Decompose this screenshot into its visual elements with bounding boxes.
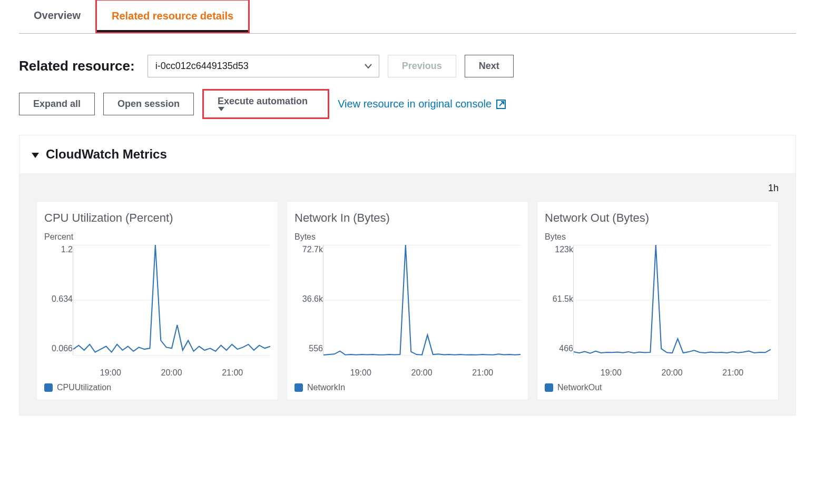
chart-legend: NetworkOut <box>545 383 771 392</box>
chart-card: Network In (Bytes)Bytes72.7k36.6k55619:0… <box>287 201 528 400</box>
x-tick: 20:00 <box>642 368 703 378</box>
x-tick: 19:00 <box>581 368 642 378</box>
timerange-value[interactable]: 1h <box>768 183 779 194</box>
open-session-button[interactable]: Open session <box>103 93 194 115</box>
chart-legend: CPUUtilization <box>44 383 270 392</box>
legend-swatch <box>294 383 303 392</box>
chart-card: Network Out (Bytes)Bytes123k61.5k46619:0… <box>537 201 779 400</box>
tab-overview[interactable]: Overview <box>19 0 95 33</box>
y-tick: 72.7k <box>302 245 323 254</box>
svg-marker-0 <box>218 107 224 111</box>
section-header[interactable]: CloudWatch Metrics <box>19 135 796 173</box>
chart-unit-label: Bytes <box>545 232 771 242</box>
legend-label: NetworkIn <box>307 383 345 392</box>
x-tick: 20:00 <box>141 368 202 378</box>
x-axis: 19:0020:0021:00 <box>323 368 521 378</box>
svg-marker-2 <box>32 153 39 158</box>
x-tick: 21:00 <box>202 368 263 378</box>
x-tick: 19:00 <box>80 368 141 378</box>
y-tick: 0.066 <box>52 344 73 353</box>
chart-unit-label: Percent <box>44 232 270 242</box>
y-tick: 1.2 <box>61 245 73 254</box>
external-link-icon <box>496 99 506 110</box>
x-axis: 19:0020:0021:00 <box>573 368 771 378</box>
chart-plot: 1.20.6340.066 <box>44 245 270 366</box>
view-resource-link[interactable]: View resource in original console <box>338 98 506 110</box>
series-line <box>574 245 771 353</box>
legend-swatch <box>44 383 53 392</box>
chart-title: Network In (Bytes) <box>294 211 521 225</box>
view-resource-link-label: View resource in original console <box>338 98 492 110</box>
y-tick: 0.634 <box>52 294 73 304</box>
chart-card: CPU Utilization (Percent)Percent1.20.634… <box>36 201 278 400</box>
execute-automation-label: Execute automation <box>218 96 308 106</box>
section-title: CloudWatch Metrics <box>46 147 167 162</box>
plot-area <box>323 245 521 355</box>
resource-select[interactable]: i-0cc012c6449135d53 <box>148 55 379 77</box>
x-axis: 19:0020:0021:00 <box>73 368 270 378</box>
legend-swatch <box>545 383 553 392</box>
y-axis: 1.20.6340.066 <box>44 245 73 355</box>
y-tick: 123k <box>555 245 573 254</box>
chart-plot: 123k61.5k466 <box>545 245 771 366</box>
legend-label: NetworkOut <box>557 383 602 392</box>
related-resource-label: Related resource: <box>19 58 135 74</box>
cloudwatch-metrics-section: CloudWatch Metrics 1h CPU Utilization (P… <box>19 135 796 416</box>
chart-title: Network Out (Bytes) <box>545 211 771 225</box>
timerange-bar: 1h <box>36 177 779 201</box>
y-tick: 556 <box>309 344 323 353</box>
tabs: Overview Related resource details <box>19 0 796 34</box>
previous-button: Previous <box>388 55 456 77</box>
plot-area <box>73 245 270 355</box>
caret-down-icon <box>31 147 40 162</box>
section-body: 1h CPU Utilization (Percent)Percent1.20.… <box>19 173 796 415</box>
legend-label: CPUUtilization <box>57 383 111 392</box>
x-tick: 21:00 <box>702 368 763 378</box>
y-tick: 36.6k <box>302 294 323 304</box>
chart-title: CPU Utilization (Percent) <box>44 211 270 225</box>
resource-controls: Related resource: i-0cc012c6449135d53 Pr… <box>19 55 796 77</box>
tab-related-resource-details[interactable]: Related resource details <box>95 0 250 33</box>
plot-area <box>573 245 771 355</box>
x-tick: 20:00 <box>391 368 453 378</box>
charts-row: CPU Utilization (Percent)Percent1.20.634… <box>36 201 779 400</box>
resource-select-value[interactable]: i-0cc012c6449135d53 <box>148 55 379 77</box>
caret-down-icon <box>218 106 314 112</box>
next-button[interactable]: Next <box>465 55 514 77</box>
x-tick: 21:00 <box>452 368 513 378</box>
execute-automation-button[interactable]: Execute automation <box>202 89 329 119</box>
y-tick: 61.5k <box>553 294 573 304</box>
y-tick: 466 <box>559 344 573 353</box>
chart-unit-label: Bytes <box>294 232 521 242</box>
chart-plot: 72.7k36.6k556 <box>294 245 521 366</box>
x-tick: 19:00 <box>330 368 391 378</box>
chart-legend: NetworkIn <box>294 383 521 392</box>
y-axis: 123k61.5k466 <box>545 245 573 355</box>
series-line <box>73 245 270 352</box>
y-axis: 72.7k36.6k556 <box>294 245 323 355</box>
action-buttons: Expand all Open session Execute automati… <box>19 89 796 119</box>
expand-all-button[interactable]: Expand all <box>19 93 95 115</box>
